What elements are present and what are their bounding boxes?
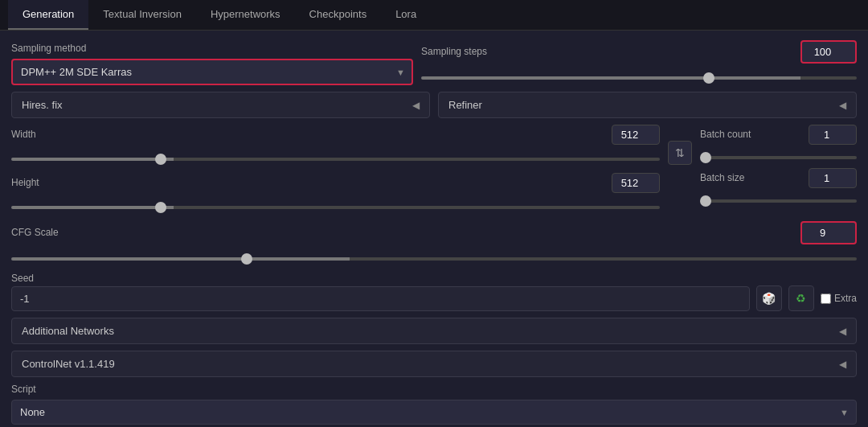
seed-row: 🎲 ♻ Extra xyxy=(11,285,857,311)
cfg-scale-slider[interactable] xyxy=(11,257,857,261)
tab-lora[interactable]: Lora xyxy=(381,0,431,30)
batch-size-label: Batch size xyxy=(700,172,744,183)
tab-checkpoints[interactable]: Checkpoints xyxy=(295,0,382,30)
refiner-button[interactable]: Refiner ◀ xyxy=(438,92,857,118)
batch-count-label: Batch count xyxy=(700,129,751,140)
swap-dimensions-button[interactable]: ⇅ xyxy=(668,141,692,165)
sampling-steps-label: Sampling steps xyxy=(421,46,487,57)
main-content: Sampling method DPM++ 2M SDE Karras ▼ Sa… xyxy=(0,31,868,427)
cfg-scale-label: CFG Scale xyxy=(11,227,59,238)
cfg-scale-header: CFG Scale xyxy=(11,221,857,244)
batch-count-slider-container xyxy=(700,146,857,165)
sampling-method-select[interactable]: DPM++ 2M SDE Karras xyxy=(11,59,413,85)
sampling-method-group: Sampling method DPM++ 2M SDE Karras ▼ xyxy=(11,43,413,85)
batch-size-input[interactable] xyxy=(809,168,857,188)
hires-arrow-icon: ◀ xyxy=(412,100,420,111)
cfg-slider-container xyxy=(11,248,857,266)
height-input[interactable] xyxy=(612,173,660,193)
batch-count-slider[interactable] xyxy=(700,156,857,159)
sampling-steps-group: Sampling steps xyxy=(421,40,857,85)
hires-refiner-row: Hires. fix ◀ Refiner ◀ xyxy=(11,92,857,118)
extra-checkbox-label[interactable]: Extra xyxy=(821,293,857,304)
sampling-steps-input[interactable] xyxy=(800,40,857,64)
height-group: Height xyxy=(11,173,660,215)
recycle-icon: ♻ xyxy=(796,292,806,305)
controlnet-button[interactable]: ControlNet v1.1.419 ◀ xyxy=(11,351,857,377)
sampling-steps-slider[interactable] xyxy=(421,76,857,80)
width-input[interactable] xyxy=(612,125,660,145)
script-select-wrapper: None ▼ xyxy=(11,400,857,425)
dice-icon: 🎲 xyxy=(762,292,776,305)
cfg-scale-input[interactable] xyxy=(800,221,857,244)
batch-size-slider-container xyxy=(700,190,857,208)
batch-size-group: Batch size xyxy=(700,168,857,208)
wh-batch-row: Width Height xyxy=(11,125,857,215)
tab-textual-inversion[interactable]: Textual Inversion xyxy=(88,0,196,30)
additional-networks-button[interactable]: Additional Networks ◀ xyxy=(11,318,857,344)
script-label: Script xyxy=(11,384,857,395)
tab-generation[interactable]: Generation xyxy=(8,0,88,30)
seed-group: Seed 🎲 ♻ Extra xyxy=(11,273,857,311)
extra-checkbox[interactable] xyxy=(821,294,831,304)
refiner-arrow-icon: ◀ xyxy=(839,100,846,111)
batch-count-input[interactable] xyxy=(809,125,857,145)
width-label: Width xyxy=(11,129,36,140)
height-slider-container xyxy=(11,196,660,215)
width-slider-container xyxy=(11,148,660,166)
height-header: Height xyxy=(11,173,660,193)
hires-fix-button[interactable]: Hires. fix ◀ xyxy=(11,92,430,118)
seed-label: Seed xyxy=(11,273,857,284)
batch-col: Batch count Batch size xyxy=(700,125,857,215)
width-header: Width xyxy=(11,125,660,145)
height-slider[interactable] xyxy=(11,206,660,209)
recycle-button[interactable]: ♻ xyxy=(788,285,814,311)
tab-hypernetworks[interactable]: Hypernetworks xyxy=(196,0,295,30)
sampling-method-select-wrapper: DPM++ 2M SDE Karras ▼ xyxy=(11,59,413,85)
width-group: Width xyxy=(11,125,660,166)
sampling-method-label: Sampling method xyxy=(11,43,413,54)
seed-input[interactable] xyxy=(11,286,750,311)
batch-size-slider[interactable] xyxy=(700,199,857,203)
controlnet-arrow-icon: ◀ xyxy=(839,359,846,370)
tab-bar: Generation Textual Inversion Hypernetwor… xyxy=(0,0,868,31)
sampling-row: Sampling method DPM++ 2M SDE Karras ▼ Sa… xyxy=(11,40,857,85)
dice-button[interactable]: 🎲 xyxy=(756,285,782,311)
sampling-steps-slider-container xyxy=(421,67,857,85)
extra-label-text: Extra xyxy=(834,293,857,304)
swap-icon: ⇅ xyxy=(675,146,685,159)
batch-size-header: Batch size xyxy=(700,168,857,188)
script-row: Script None ▼ xyxy=(11,384,857,425)
additional-networks-arrow-icon: ◀ xyxy=(839,326,846,337)
batch-count-group: Batch count xyxy=(700,125,857,165)
sampling-steps-header: Sampling steps xyxy=(421,40,857,64)
cfg-scale-row: CFG Scale xyxy=(11,221,857,266)
wh-left-col: Width Height xyxy=(11,125,660,215)
app-container: Generation Textual Inversion Hypernetwor… xyxy=(0,0,868,427)
width-slider[interactable] xyxy=(11,158,660,161)
script-select[interactable]: None xyxy=(11,400,857,425)
batch-count-header: Batch count xyxy=(700,125,857,145)
height-label: Height xyxy=(11,177,39,188)
